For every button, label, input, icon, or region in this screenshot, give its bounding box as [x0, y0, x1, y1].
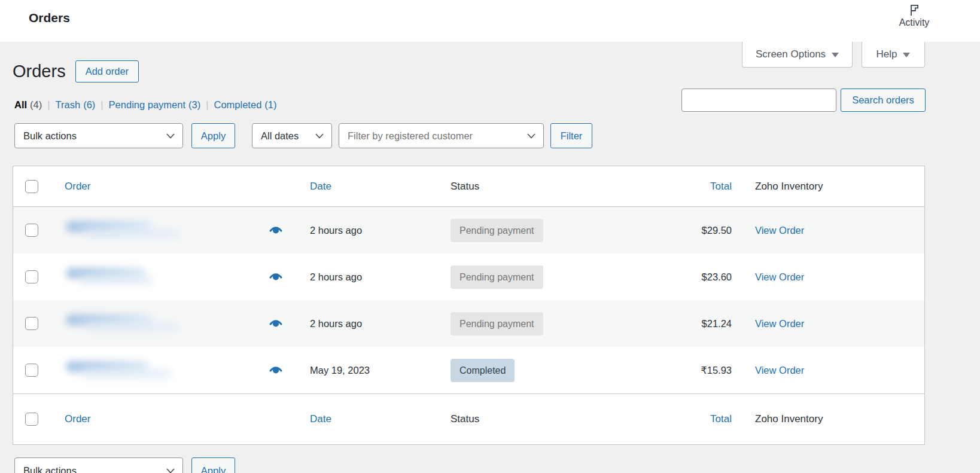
heading-row: Orders Add order: [13, 60, 139, 83]
table-footer-row: Order Date Status Total Zoho Inventory: [13, 393, 924, 444]
window-title: Orders: [29, 11, 70, 25]
order-status-views: All(4) | Trash(6) | Pending payment(3) |…: [14, 99, 276, 111]
bulk-actions-value: Bulk actions: [23, 130, 77, 142]
column-footer-status: Status: [451, 413, 479, 425]
bulk-actions-select-bottom[interactable]: Bulk actions: [14, 457, 183, 473]
view-trash-label: Trash: [56, 99, 81, 110]
preview-eye-icon[interactable]: [269, 315, 283, 332]
table-nav-top: Bulk actions Apply All dates Filter by r…: [14, 123, 592, 148]
table-row: May 19, 2023 Completed ₹15.93 View Order: [13, 347, 924, 393]
table-row: 2 hours ago Pending payment $21.24 View …: [13, 300, 924, 347]
bulk-actions-value: Bulk actions: [23, 465, 77, 473]
order-total: $23.60: [702, 271, 732, 282]
view-separator: |: [47, 99, 50, 111]
all-dates-value: All dates: [261, 130, 299, 142]
row-checkbox[interactable]: [25, 317, 38, 330]
view-pending-count: (3): [188, 99, 200, 110]
customer-filter-placeholder: Filter by registered customer: [348, 130, 473, 142]
order-link-blurred[interactable]: [65, 359, 184, 381]
view-all-label: All: [14, 99, 27, 110]
flag-icon: [895, 4, 933, 16]
order-link-blurred[interactable]: [65, 266, 184, 288]
chevron-down-icon: [832, 53, 839, 57]
order-total: ₹15.93: [701, 365, 732, 376]
column-footer-total[interactable]: Total: [710, 413, 732, 425]
table-nav-bottom: Bulk actions Apply: [14, 457, 235, 473]
chevron-down-icon: [166, 468, 175, 473]
preview-eye-icon[interactable]: [269, 222, 283, 239]
apply-button[interactable]: Apply: [191, 123, 235, 148]
column-footer-zoho-inventory: Zoho Inventory: [755, 413, 823, 425]
view-all-count: (4): [30, 99, 42, 110]
order-total: $29.50: [702, 225, 732, 236]
orders-table: Order Date Status Total Zoho Inventory 2…: [13, 166, 925, 445]
select-all-checkbox[interactable]: [25, 413, 38, 426]
column-header-zoho-inventory: Zoho Inventory: [755, 181, 823, 192]
page-title: Orders: [13, 62, 66, 81]
view-pending-payment-link[interactable]: Pending payment(3): [109, 99, 201, 111]
bulk-actions-select[interactable]: Bulk actions: [14, 123, 183, 148]
view-separator: |: [206, 99, 208, 111]
status-badge: Pending payment: [451, 219, 543, 242]
preview-eye-icon[interactable]: [269, 362, 283, 379]
column-footer-date[interactable]: Date: [310, 413, 331, 425]
order-date: May 19, 2023: [310, 365, 370, 376]
registered-customer-select[interactable]: Filter by registered customer: [339, 123, 544, 148]
column-header-total[interactable]: Total: [710, 181, 732, 192]
view-trash-count: (6): [83, 99, 95, 110]
view-completed-label: Completed: [214, 99, 262, 110]
screen-options-label: Screen Options: [756, 48, 826, 60]
chevron-down-icon: [315, 133, 324, 139]
view-order-link[interactable]: View Order: [755, 271, 804, 282]
search-orders-button[interactable]: Search orders: [841, 89, 926, 112]
select-all-checkbox[interactable]: [25, 180, 38, 193]
chevron-down-icon: [166, 133, 175, 139]
apply-button-bottom[interactable]: Apply: [191, 457, 235, 473]
help-tab[interactable]: Help: [862, 42, 925, 68]
view-all-link[interactable]: All(4): [14, 99, 42, 111]
column-header-status: Status: [451, 181, 479, 192]
status-badge: Pending payment: [451, 312, 543, 335]
view-trash-link[interactable]: Trash(6): [56, 99, 96, 111]
column-header-order[interactable]: Order: [65, 181, 90, 192]
order-date: 2 hours ago: [310, 271, 362, 282]
top-bar: Orders Activity: [0, 0, 980, 42]
filter-button[interactable]: Filter: [550, 123, 592, 148]
chevron-down-icon: [903, 53, 910, 57]
view-order-link[interactable]: View Order: [755, 225, 804, 236]
order-link-blurred[interactable]: [65, 219, 184, 241]
help-label: Help: [876, 48, 897, 60]
order-link-blurred[interactable]: [65, 313, 184, 334]
order-date: 2 hours ago: [310, 225, 362, 236]
view-completed-link[interactable]: Completed(1): [214, 99, 277, 111]
activity-button[interactable]: Activity: [895, 4, 933, 28]
all-dates-select[interactable]: All dates: [252, 123, 332, 148]
row-checkbox[interactable]: [25, 364, 38, 377]
view-separator: |: [101, 99, 103, 111]
add-order-button[interactable]: Add order: [75, 60, 139, 83]
status-badge: Completed: [451, 359, 515, 382]
search-orders-input[interactable]: [681, 89, 836, 112]
row-checkbox[interactable]: [25, 224, 38, 237]
status-badge: Pending payment: [451, 266, 543, 289]
orders-admin-screen: Orders Activity Screen Options Help Orde…: [0, 0, 980, 473]
column-footer-order[interactable]: Order: [65, 413, 90, 425]
preview-eye-icon[interactable]: [269, 268, 283, 285]
column-header-date[interactable]: Date: [310, 181, 331, 192]
table-row: 2 hours ago Pending payment $29.50 View …: [13, 207, 924, 254]
search-box: Search orders: [681, 89, 926, 112]
view-order-link[interactable]: View Order: [755, 318, 804, 329]
view-completed-count: (1): [264, 99, 276, 110]
order-total: $21.24: [702, 318, 732, 329]
activity-label: Activity: [895, 17, 933, 28]
view-pending-label: Pending payment: [109, 99, 185, 110]
table-header-row: Order Date Status Total Zoho Inventory: [13, 166, 924, 207]
screen-options-tab[interactable]: Screen Options: [742, 42, 853, 68]
view-order-link[interactable]: View Order: [755, 365, 804, 376]
row-checkbox[interactable]: [25, 270, 38, 283]
table-row: 2 hours ago Pending payment $23.60 View …: [13, 254, 924, 300]
chevron-down-icon: [527, 133, 535, 139]
order-date: 2 hours ago: [310, 318, 362, 329]
